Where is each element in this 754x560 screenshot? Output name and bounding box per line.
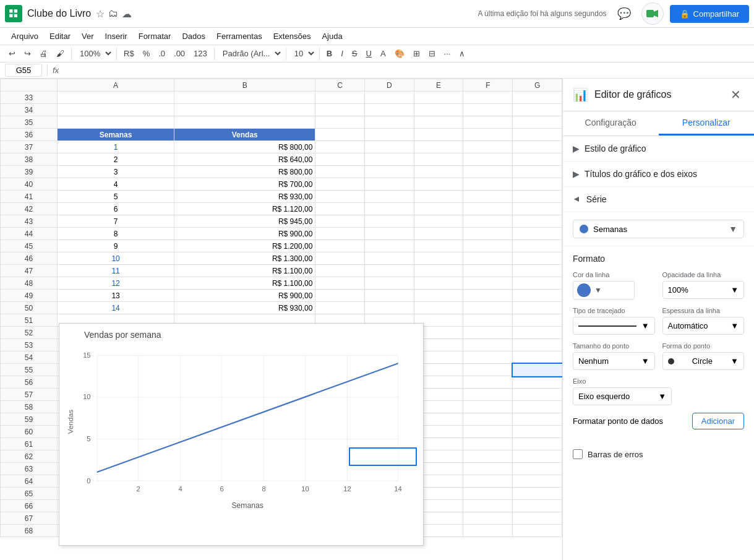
cell[interactable] [513, 104, 562, 116]
borders-button[interactable]: ⊞ [409, 46, 424, 61]
cell[interactable] [463, 488, 513, 500]
paint-format-button[interactable]: 🖌 [53, 46, 68, 61]
cell[interactable]: R$ 945,00 [174, 215, 315, 228]
merge-button[interactable]: ⊟ [425, 46, 439, 61]
cell[interactable] [365, 265, 414, 277]
menu-ferramentas[interactable]: Ferramentas [212, 29, 267, 43]
cell[interactable] [463, 277, 513, 290]
espessura-select[interactable]: Automático ▼ [662, 317, 745, 335]
eixo-select[interactable]: Eixo esquerdo ▼ [573, 387, 672, 405]
cell[interactable] [513, 389, 562, 401]
share-button[interactable]: 🔒 Compartilhar [670, 5, 749, 23]
forma-ponto-select[interactable]: Circle ▼ [662, 352, 745, 370]
cell[interactable] [463, 92, 513, 104]
cell[interactable]: Vendas [174, 129, 315, 141]
cell[interactable] [315, 203, 365, 215]
cell[interactable] [365, 153, 414, 166]
cell[interactable] [513, 141, 562, 153]
table-row[interactable]: 4913R$ 900,00 [1, 290, 562, 302]
cell[interactable] [365, 166, 414, 178]
table-row[interactable]: 33 [1, 92, 562, 104]
menu-extensoes[interactable]: Extensões [268, 29, 316, 43]
cell[interactable] [315, 228, 365, 240]
cell[interactable]: R$ 930,00 [174, 302, 315, 314]
cell[interactable] [513, 265, 562, 277]
cell[interactable]: 14 [57, 302, 174, 314]
cell[interactable] [513, 339, 562, 351]
cell[interactable]: Semanas [57, 129, 174, 141]
cell[interactable] [315, 129, 365, 141]
cell[interactable] [463, 401, 513, 413]
cell[interactable] [463, 302, 513, 314]
cell[interactable]: R$ 930,00 [174, 191, 315, 203]
cell[interactable] [315, 215, 365, 228]
cell[interactable] [365, 290, 414, 302]
cell[interactable] [365, 277, 414, 290]
panel-close-button[interactable]: ✕ [727, 86, 744, 103]
table-row[interactable]: 448R$ 900,00 [1, 228, 562, 240]
table-row[interactable]: 404R$ 700,00 [1, 178, 562, 191]
cell[interactable] [365, 178, 414, 191]
cell[interactable] [414, 240, 463, 252]
cell[interactable]: R$ 1.100,00 [174, 277, 315, 290]
cell[interactable] [513, 215, 562, 228]
cell[interactable] [315, 104, 365, 116]
menu-dados[interactable]: Dados [177, 29, 210, 43]
table-row[interactable]: 35 [1, 116, 562, 129]
cell[interactable]: R$ 640,00 [174, 153, 315, 166]
cell[interactable] [463, 376, 513, 389]
cell[interactable]: R$ 1.100,00 [174, 265, 315, 277]
cell[interactable]: 4 [57, 178, 174, 191]
table-row[interactable]: 5014R$ 930,00 [1, 302, 562, 314]
font-size-select[interactable]: 10 [289, 46, 316, 61]
cell[interactable] [463, 104, 513, 116]
cell[interactable] [463, 314, 513, 327]
cell[interactable] [463, 191, 513, 203]
table-row[interactable]: 426R$ 1.120,00 [1, 203, 562, 215]
cell[interactable] [414, 290, 463, 302]
cell[interactable] [365, 141, 414, 153]
cell[interactable] [315, 277, 365, 290]
cell[interactable] [174, 116, 315, 129]
table-row[interactable]: 459R$ 1.200,00 [1, 240, 562, 252]
cell[interactable] [315, 116, 365, 129]
cell[interactable] [513, 351, 562, 364]
cell[interactable] [513, 426, 562, 438]
cell[interactable] [365, 203, 414, 215]
meet-icon[interactable] [641, 2, 664, 25]
table-row[interactable]: 382R$ 640,00 [1, 153, 562, 166]
cell[interactable] [365, 302, 414, 314]
table-row[interactable]: 415R$ 930,00 [1, 191, 562, 203]
cell[interactable] [414, 104, 463, 116]
col-header-b[interactable]: B [174, 79, 315, 92]
cell[interactable] [463, 166, 513, 178]
cell[interactable] [463, 141, 513, 153]
section-titulos[interactable]: ▶ Títulos do gráfico e dos eixos [563, 162, 754, 187]
col-header-e[interactable]: E [414, 79, 463, 92]
table-row[interactable]: 4610R$ 1.300,00 [1, 252, 562, 265]
section-estilo[interactable]: ▶ Estilo de gráfico [563, 136, 754, 162]
cell[interactable]: R$ 900,00 [174, 290, 315, 302]
cell[interactable] [513, 450, 562, 463]
cell[interactable] [414, 153, 463, 166]
cell[interactable]: 3 [57, 166, 174, 178]
cell[interactable]: 10 [57, 252, 174, 265]
cell[interactable] [463, 129, 513, 141]
cell[interactable] [414, 191, 463, 203]
cell[interactable] [463, 413, 513, 426]
cell[interactable] [414, 228, 463, 240]
cell[interactable] [463, 178, 513, 191]
cell[interactable] [513, 129, 562, 141]
col-header-c[interactable]: C [315, 79, 365, 92]
underline-button[interactable]: U [362, 46, 375, 61]
cell[interactable] [513, 475, 562, 488]
cell[interactable] [414, 141, 463, 153]
redo-button[interactable]: ↪ [20, 46, 35, 61]
cell[interactable] [513, 413, 562, 426]
tipo-tracejado-select[interactable]: ▼ [573, 317, 655, 335]
cell[interactable] [513, 203, 562, 215]
italic-button[interactable]: I [337, 46, 347, 61]
cell[interactable] [365, 116, 414, 129]
text-color-button[interactable]: A [377, 46, 390, 61]
cell[interactable] [414, 265, 463, 277]
